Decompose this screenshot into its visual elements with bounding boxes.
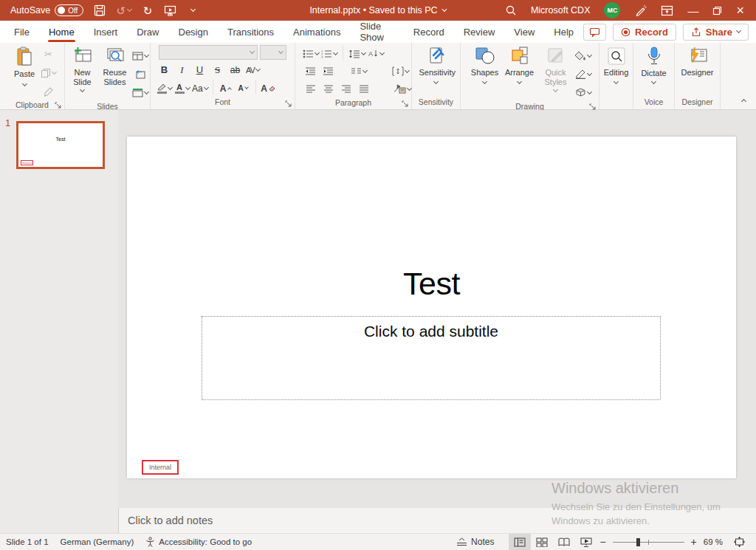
autosave-toggle[interactable]: AutoSave Off: [10, 4, 83, 16]
underline-button[interactable]: U: [192, 61, 207, 78]
bold-button[interactable]: B: [157, 61, 172, 78]
clear-formatting-button[interactable]: A: [261, 80, 276, 97]
copy-icon[interactable]: [41, 64, 56, 81]
dictate-button[interactable]: Dictate: [636, 45, 672, 97]
tab-insert[interactable]: Insert: [84, 21, 128, 43]
paragraph-dialog-launcher-icon[interactable]: [402, 100, 408, 107]
reuse-slides-button[interactable]: Reuse Slides: [100, 45, 131, 101]
align-left-button[interactable]: [303, 80, 318, 97]
bullets-button[interactable]: [303, 45, 319, 62]
close-button[interactable]: ×: [736, 4, 744, 17]
decrease-indent-button[interactable]: [303, 63, 318, 80]
redo-icon[interactable]: ↻: [141, 2, 154, 18]
classification-label[interactable]: Internal: [142, 460, 179, 475]
strikethrough-ab-button[interactable]: ab: [227, 61, 243, 78]
search-icon[interactable]: [505, 4, 517, 16]
change-case-button[interactable]: Aa: [192, 80, 208, 97]
fit-slide-to-window-button[interactable]: [729, 534, 750, 550]
tab-slide-show[interactable]: Slide Show: [350, 21, 403, 43]
align-text-button[interactable]: [392, 63, 409, 80]
align-right-button[interactable]: [338, 80, 354, 97]
strikethrough-button[interactable]: S: [210, 61, 225, 78]
tab-view[interactable]: View: [504, 21, 544, 43]
font-color-button[interactable]: A: [174, 80, 190, 97]
justify-button[interactable]: [356, 80, 371, 97]
arrange-button[interactable]: Arrange: [503, 45, 537, 101]
tab-draw[interactable]: Draw: [127, 21, 168, 43]
increase-font-size-button[interactable]: A: [218, 80, 233, 97]
font-dialog-launcher-icon[interactable]: [285, 100, 292, 107]
accessibility-status[interactable]: Accessibility: Good to go: [145, 537, 252, 547]
ribbon-display-options-icon[interactable]: [661, 5, 673, 16]
columns-button[interactable]: [351, 63, 367, 80]
new-slide-button[interactable]: New Slide: [67, 45, 98, 101]
customize-qat-chevron-icon[interactable]: [187, 2, 200, 18]
tab-home[interactable]: Home: [39, 21, 84, 43]
tab-file[interactable]: File: [4, 21, 39, 43]
slide-editor[interactable]: Test Click to add subtitle Internal: [127, 137, 736, 478]
zoom-slider[interactable]: [613, 534, 684, 550]
line-spacing-button[interactable]: [348, 45, 365, 62]
zoom-out-button[interactable]: −: [597, 536, 608, 548]
designer-button[interactable]: Designer: [677, 45, 718, 97]
record-button[interactable]: Record: [613, 24, 676, 41]
tab-transitions[interactable]: Transitions: [218, 21, 284, 43]
format-painter-icon[interactable]: [41, 83, 56, 100]
convert-to-smartart-button[interactable]: [394, 80, 411, 97]
zoom-in-button[interactable]: +: [689, 536, 699, 548]
normal-view-button[interactable]: [509, 534, 531, 550]
document-title[interactable]: Internal.pptx • Saved to this PC: [309, 5, 446, 16]
align-center-button[interactable]: [320, 80, 336, 97]
save-icon[interactable]: [93, 2, 106, 18]
share-button[interactable]: Share: [683, 24, 749, 41]
shapes-button[interactable]: Shapes: [469, 45, 501, 101]
reset-slide-icon[interactable]: [132, 66, 148, 83]
tab-record[interactable]: Record: [404, 21, 454, 43]
drawing-dialog-launcher-icon[interactable]: [589, 103, 596, 110]
paste-button[interactable]: Paste: [8, 45, 41, 100]
slide-sorter-view-button[interactable]: [531, 534, 553, 550]
text-direction-button[interactable]: A: [368, 45, 384, 62]
decrease-font-size-button[interactable]: A: [236, 80, 251, 97]
numbering-button[interactable]: 123: [321, 45, 337, 62]
collapse-ribbon-icon[interactable]: [741, 99, 746, 104]
zoom-slider-handle[interactable]: [636, 538, 640, 546]
character-spacing-button[interactable]: AV: [245, 61, 261, 78]
language-status[interactable]: German (Germany): [61, 537, 134, 546]
start-slideshow-icon[interactable]: [164, 2, 177, 18]
sensitivity-button[interactable]: Sensitivity: [415, 45, 458, 97]
text-highlight-button[interactable]: [157, 80, 172, 97]
editing-button[interactable]: Editing: [600, 45, 633, 97]
font-size-select[interactable]: [260, 45, 286, 60]
slideshow-view-button[interactable]: [575, 534, 597, 550]
slide-title-text[interactable]: Test: [127, 266, 736, 302]
clipboard-dialog-launcher-icon[interactable]: [55, 102, 61, 109]
italic-button[interactable]: I: [174, 61, 190, 78]
restore-button[interactable]: [712, 6, 722, 16]
cut-icon[interactable]: ✂: [41, 46, 56, 63]
notes-pane[interactable]: Click to add notes: [118, 508, 756, 533]
quick-styles-button[interactable]: Quick Styles: [538, 45, 574, 101]
increase-indent-button[interactable]: [320, 63, 336, 80]
slide-count-status[interactable]: Slide 1 of 1: [6, 537, 49, 546]
undo-icon[interactable]: ↺: [116, 2, 131, 18]
tab-design[interactable]: Design: [169, 21, 218, 43]
section-icon[interactable]: [132, 84, 148, 101]
shape-outline-icon[interactable]: [575, 66, 591, 83]
avatar[interactable]: MC: [604, 2, 620, 18]
shape-effects-icon[interactable]: [575, 84, 591, 101]
slide-thumbnail[interactable]: Test Internal: [16, 121, 105, 169]
autosave-switch[interactable]: Off: [55, 4, 83, 16]
tab-help[interactable]: Help: [544, 21, 583, 43]
zoom-percentage[interactable]: 69 %: [704, 537, 723, 546]
minimize-button[interactable]: —: [687, 5, 698, 16]
notes-toggle-button[interactable]: Notes: [456, 537, 494, 547]
reading-view-button[interactable]: [553, 534, 575, 550]
font-name-select[interactable]: [159, 45, 258, 60]
account-name[interactable]: Microsoft CDX: [531, 5, 591, 16]
tab-review[interactable]: Review: [454, 21, 505, 43]
ink-pen-icon[interactable]: [634, 4, 647, 17]
subtitle-placeholder[interactable]: Click to add subtitle: [202, 316, 661, 400]
slide-layout-icon[interactable]: [132, 47, 148, 64]
comments-button[interactable]: [583, 24, 606, 41]
